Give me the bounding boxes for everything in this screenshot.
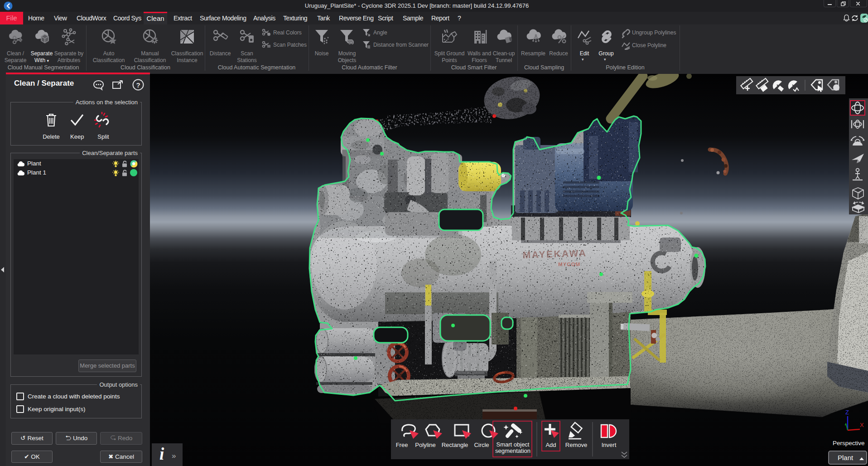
svg-text:X: X (860, 422, 864, 428)
svg-text:Z: Z (845, 409, 849, 416)
svg-text:?: ? (136, 81, 140, 89)
